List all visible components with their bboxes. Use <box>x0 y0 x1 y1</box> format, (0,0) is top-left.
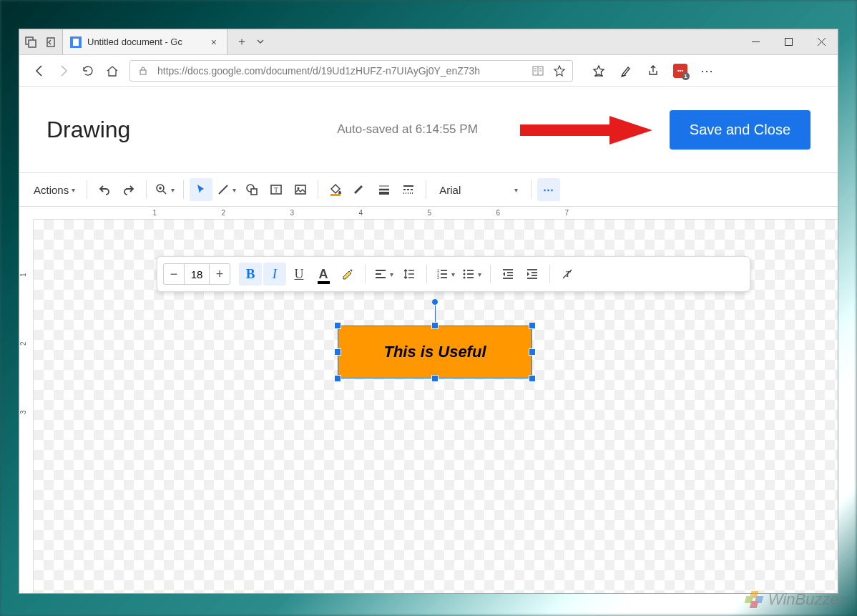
resize-handle-ne[interactable] <box>529 322 536 329</box>
font-size-value[interactable]: 18 <box>184 264 210 284</box>
forward-button[interactable] <box>57 64 71 78</box>
rotation-handle[interactable] <box>431 298 439 305</box>
watermark-text: WinBuzzer <box>768 590 844 609</box>
resize-handle-sw[interactable] <box>334 375 341 382</box>
line-spacing-button[interactable] <box>398 263 421 285</box>
browser-titlebar: Untitled document - Gc × ＋ <box>19 29 838 55</box>
favorite-star-icon[interactable] <box>552 64 567 78</box>
new-tab-group: ＋ <box>227 29 273 54</box>
svg-rect-7 <box>140 70 146 74</box>
resize-handle-nw[interactable] <box>334 322 341 329</box>
clear-formatting-button[interactable]: T <box>556 263 579 285</box>
fill-color-button[interactable] <box>324 178 347 201</box>
back-button[interactable] <box>32 64 46 78</box>
tab-menu-icon[interactable] <box>256 36 265 49</box>
bulleted-list-button[interactable]: ▾ <box>459 263 484 285</box>
watermark: WinBuzzer <box>744 590 844 609</box>
browser-menu-icon[interactable]: ⋯ <box>700 64 715 78</box>
extension-badge-count: 1 <box>682 72 690 80</box>
svg-point-47 <box>464 277 466 279</box>
numbered-list-button[interactable]: 123▾ <box>433 263 458 285</box>
tab-actions-group <box>19 29 63 54</box>
toolbar-right-icons: •••1 ⋯ <box>592 64 715 78</box>
refresh-button[interactable] <box>81 64 95 78</box>
indent-decrease-button[interactable] <box>496 263 519 285</box>
border-color-button[interactable] <box>348 178 371 201</box>
resize-handle-s[interactable] <box>431 375 439 382</box>
notes-icon[interactable] <box>619 64 633 78</box>
indent-increase-button[interactable] <box>521 263 544 285</box>
more-options-button[interactable]: ⋯ <box>537 178 560 201</box>
tab-title: Untitled document - Gc <box>87 36 205 47</box>
redo-button[interactable] <box>117 178 140 201</box>
lock-icon <box>136 64 150 78</box>
align-button[interactable]: ▾ <box>371 263 396 285</box>
shape-tool[interactable] <box>240 178 263 201</box>
drawing-toolbar: Actions▾ ▾ ▾ T Arial▾ ⋯ <box>19 172 838 207</box>
svg-rect-21 <box>251 189 257 195</box>
font-size-increase[interactable]: + <box>210 267 230 282</box>
svg-rect-4 <box>785 39 792 46</box>
tab-aside-icon[interactable] <box>44 35 58 49</box>
address-bar-row: https://docs.google.com/document/d/19Ud1… <box>19 55 838 87</box>
share-icon[interactable] <box>646 64 660 78</box>
address-bar[interactable]: https://docs.google.com/document/d/19Ud1… <box>129 60 573 82</box>
resize-handle-w[interactable] <box>334 348 341 356</box>
svg-line-19 <box>219 185 227 194</box>
text-color-button[interactable]: A <box>312 263 335 285</box>
svg-line-16 <box>163 191 166 194</box>
resize-handle-e[interactable] <box>529 348 536 356</box>
svg-text:T: T <box>274 186 278 194</box>
border-weight-button[interactable] <box>373 178 396 201</box>
tab-overview-icon[interactable] <box>24 35 38 49</box>
font-size-decrease[interactable]: − <box>164 267 184 282</box>
close-window-button[interactable] <box>805 29 838 54</box>
annotation-arrow <box>513 112 656 148</box>
close-tab-icon[interactable]: × <box>211 36 217 48</box>
home-button[interactable] <box>105 64 119 78</box>
window-controls <box>739 29 838 54</box>
selected-shape[interactable]: This is Useful <box>338 326 532 378</box>
url-text: https://docs.google.com/document/d/19Ud1… <box>157 65 524 77</box>
favorites-icon[interactable] <box>592 64 606 78</box>
textbox-tool[interactable]: T <box>265 178 288 201</box>
google-docs-icon <box>70 36 82 48</box>
underline-button[interactable]: U <box>288 263 310 285</box>
bold-button[interactable]: B <box>239 263 262 285</box>
resize-handle-n[interactable] <box>431 322 439 329</box>
minimize-button[interactable] <box>739 29 772 54</box>
drawing-dialog-header: Drawing Auto-saved at 6:14:55 PM Save an… <box>19 87 838 172</box>
select-tool[interactable] <box>190 178 212 201</box>
image-tool[interactable] <box>289 178 312 201</box>
vertical-ruler: 123 <box>19 220 34 593</box>
rotation-line <box>435 305 436 323</box>
svg-rect-24 <box>295 185 305 194</box>
reader-mode-icon[interactable] <box>531 64 545 78</box>
font-size-group: − 18 + <box>163 263 230 285</box>
border-dash-button[interactable] <box>397 178 420 201</box>
svg-point-46 <box>464 273 466 275</box>
maximize-button[interactable] <box>772 29 805 54</box>
line-tool[interactable]: ▾ <box>214 178 239 201</box>
watermark-logo <box>744 591 764 608</box>
horizontal-ruler: 123 456 7 <box>34 207 838 220</box>
browser-window: Untitled document - Gc × ＋ https://docs.… <box>19 29 838 594</box>
highlight-button[interactable] <box>336 263 359 285</box>
browser-tab[interactable]: Untitled document - Gc × <box>63 29 227 54</box>
svg-rect-1 <box>29 40 36 47</box>
actions-menu[interactable]: Actions▾ <box>28 178 81 201</box>
autosave-status: Auto-saved at 6:14:55 PM <box>337 122 478 137</box>
dialog-title: Drawing <box>46 117 130 143</box>
shape-text[interactable]: This is Useful <box>383 343 486 361</box>
zoom-button[interactable]: ▾ <box>152 178 177 201</box>
resize-handle-se[interactable] <box>529 375 536 382</box>
svg-point-45 <box>464 270 466 272</box>
italic-button[interactable]: I <box>263 263 286 285</box>
save-and-close-button[interactable]: Save and Close <box>670 110 811 150</box>
extension-icon[interactable]: •••1 <box>673 64 687 78</box>
new-tab-icon[interactable]: ＋ <box>236 34 248 49</box>
font-select[interactable]: Arial▾ <box>432 184 525 196</box>
text-format-toolbar: − 18 + B I U A ▾ 123▾ ▾ T <box>157 256 750 292</box>
undo-button[interactable] <box>93 178 116 201</box>
text-box-shape[interactable]: This is Useful <box>338 326 532 378</box>
